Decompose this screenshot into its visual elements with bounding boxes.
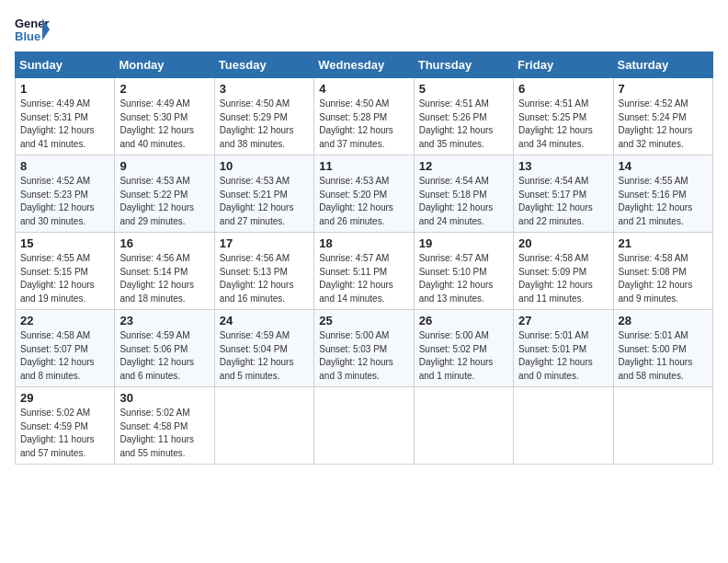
calendar-cell: 2 Sunrise: 4:49 AMSunset: 5:30 PMDayligh… [115,78,214,155]
calendar-cell: 29 Sunrise: 5:02 AMSunset: 4:59 PMDaylig… [16,387,115,465]
weekday-header-thursday: Thursday [414,52,513,78]
calendar-cell: 20 Sunrise: 4:58 AMSunset: 5:09 PMDaylig… [514,233,613,310]
calendar-cell: 17 Sunrise: 4:56 AMSunset: 5:13 PMDaylig… [214,233,313,310]
day-number: 22 [20,314,109,327]
day-number: 21 [619,236,708,250]
calendar-week-row: 1 Sunrise: 4:49 AMSunset: 5:31 PMDayligh… [16,78,713,155]
day-number: 28 [619,314,708,327]
calendar-cell: 5 Sunrise: 4:51 AMSunset: 5:26 PMDayligh… [414,78,513,155]
calendar-cell: 24 Sunrise: 4:59 AMSunset: 5:04 PMDaylig… [214,310,313,387]
calendar-cell: 19 Sunrise: 4:57 AMSunset: 5:10 PMDaylig… [414,233,513,310]
calendar-week-row: 15 Sunrise: 4:55 AMSunset: 5:15 PMDaylig… [16,233,713,310]
day-detail: Sunrise: 5:01 AMSunset: 5:00 PMDaylight:… [619,330,693,381]
day-detail: Sunrise: 4:58 AMSunset: 5:09 PMDaylight:… [518,253,593,304]
day-number: 8 [20,159,109,173]
day-number: 11 [319,159,408,173]
calendar-cell [514,387,613,465]
weekday-header-saturday: Saturday [613,52,712,78]
calendar-cell: 15 Sunrise: 4:55 AMSunset: 5:15 PMDaylig… [16,233,115,310]
calendar-week-row: 22 Sunrise: 4:58 AMSunset: 5:07 PMDaylig… [16,310,713,387]
day-detail: Sunrise: 4:50 AMSunset: 5:28 PMDaylight:… [319,98,393,149]
day-detail: Sunrise: 4:49 AMSunset: 5:31 PMDaylight:… [20,98,95,149]
weekday-header-friday: Friday [514,52,613,78]
calendar-cell: 13 Sunrise: 4:54 AMSunset: 5:17 PMDaylig… [514,155,613,233]
calendar-cell: 9 Sunrise: 4:53 AMSunset: 5:22 PMDayligh… [115,155,214,233]
calendar-cell: 6 Sunrise: 4:51 AMSunset: 5:25 PMDayligh… [514,78,613,155]
day-detail: Sunrise: 4:50 AMSunset: 5:29 PMDaylight:… [220,98,294,149]
calendar-cell: 14 Sunrise: 4:55 AMSunset: 5:16 PMDaylig… [613,155,712,233]
day-number: 23 [119,314,209,327]
calendar-cell [613,387,712,465]
calendar-body: 1 Sunrise: 4:49 AMSunset: 5:31 PMDayligh… [16,78,713,465]
day-number: 13 [518,159,608,173]
day-number: 7 [619,82,708,96]
day-detail: Sunrise: 4:58 AMSunset: 5:08 PMDaylight:… [619,253,693,304]
day-number: 29 [20,391,109,405]
calendar-cell: 22 Sunrise: 4:58 AMSunset: 5:07 PMDaylig… [16,310,115,387]
calendar-cell [314,387,414,465]
day-number: 20 [518,236,608,250]
day-detail: Sunrise: 5:02 AMSunset: 4:58 PMDaylight:… [119,408,194,458]
calendar-cell: 7 Sunrise: 4:52 AMSunset: 5:24 PMDayligh… [613,78,712,155]
calendar-cell: 10 Sunrise: 4:53 AMSunset: 5:21 PMDaylig… [214,155,313,233]
logo: General Blue [15,15,53,44]
calendar-cell [414,387,513,465]
calendar-cell [214,387,313,465]
page-header: General Blue [15,15,713,44]
calendar-cell: 18 Sunrise: 4:57 AMSunset: 5:11 PMDaylig… [314,233,414,310]
calendar-table: SundayMondayTuesdayWednesdayThursdayFrid… [15,52,713,465]
day-number: 30 [119,391,209,405]
day-number: 24 [220,314,309,327]
day-number: 27 [518,314,608,327]
logo-icon: General Blue [15,15,50,44]
day-number: 2 [119,82,209,96]
day-detail: Sunrise: 4:57 AMSunset: 5:10 PMDaylight:… [419,253,494,304]
calendar-cell: 3 Sunrise: 4:50 AMSunset: 5:29 PMDayligh… [214,78,313,155]
calendar-cell: 16 Sunrise: 4:56 AMSunset: 5:14 PMDaylig… [115,233,214,310]
day-detail: Sunrise: 4:57 AMSunset: 5:11 PMDaylight:… [319,253,393,304]
calendar-cell: 1 Sunrise: 4:49 AMSunset: 5:31 PMDayligh… [16,78,115,155]
day-number: 4 [319,82,408,96]
day-number: 26 [419,314,508,327]
calendar-cell: 30 Sunrise: 5:02 AMSunset: 4:58 PMDaylig… [115,387,214,465]
day-detail: Sunrise: 4:54 AMSunset: 5:17 PMDaylight:… [518,176,593,226]
calendar-cell: 12 Sunrise: 4:54 AMSunset: 5:18 PMDaylig… [414,155,513,233]
weekday-header-wednesday: Wednesday [314,52,414,78]
day-number: 6 [518,82,608,96]
calendar-cell: 28 Sunrise: 5:01 AMSunset: 5:00 PMDaylig… [613,310,712,387]
calendar-cell: 4 Sunrise: 4:50 AMSunset: 5:28 PMDayligh… [314,78,414,155]
weekday-header-sunday: Sunday [16,52,115,78]
day-number: 15 [20,236,109,250]
day-detail: Sunrise: 5:02 AMSunset: 4:59 PMDaylight:… [20,408,95,458]
calendar-cell: 11 Sunrise: 4:53 AMSunset: 5:20 PMDaylig… [314,155,414,233]
day-detail: Sunrise: 4:58 AMSunset: 5:07 PMDaylight:… [20,330,95,381]
day-detail: Sunrise: 4:56 AMSunset: 5:13 PMDaylight:… [220,253,294,304]
calendar-cell: 26 Sunrise: 5:00 AMSunset: 5:02 PMDaylig… [414,310,513,387]
day-number: 16 [119,236,209,250]
calendar-week-row: 29 Sunrise: 5:02 AMSunset: 4:59 PMDaylig… [16,387,713,465]
weekday-header-monday: Monday [115,52,214,78]
day-detail: Sunrise: 4:56 AMSunset: 5:14 PMDaylight:… [119,253,194,304]
calendar-cell: 23 Sunrise: 4:59 AMSunset: 5:06 PMDaylig… [115,310,214,387]
day-number: 10 [220,159,309,173]
day-detail: Sunrise: 4:59 AMSunset: 5:04 PMDaylight:… [220,330,294,381]
weekday-header-tuesday: Tuesday [214,52,313,78]
svg-text:Blue: Blue [15,29,40,43]
calendar-header-row: SundayMondayTuesdayWednesdayThursdayFrid… [16,52,713,78]
day-detail: Sunrise: 4:52 AMSunset: 5:23 PMDaylight:… [20,176,95,226]
day-detail: Sunrise: 5:00 AMSunset: 5:03 PMDaylight:… [319,330,393,381]
day-number: 25 [319,314,408,327]
day-number: 12 [419,159,508,173]
day-detail: Sunrise: 4:59 AMSunset: 5:06 PMDaylight:… [119,330,194,381]
day-detail: Sunrise: 4:53 AMSunset: 5:21 PMDaylight:… [220,176,294,226]
day-number: 1 [20,82,109,96]
day-number: 14 [619,159,708,173]
day-detail: Sunrise: 4:53 AMSunset: 5:20 PMDaylight:… [319,176,393,226]
day-detail: Sunrise: 4:54 AMSunset: 5:18 PMDaylight:… [419,176,494,226]
calendar-cell: 25 Sunrise: 5:00 AMSunset: 5:03 PMDaylig… [314,310,414,387]
day-number: 9 [119,159,209,173]
day-detail: Sunrise: 4:52 AMSunset: 5:24 PMDaylight:… [619,98,693,149]
day-detail: Sunrise: 4:53 AMSunset: 5:22 PMDaylight:… [119,176,194,226]
day-detail: Sunrise: 4:51 AMSunset: 5:25 PMDaylight:… [518,98,593,149]
day-detail: Sunrise: 4:55 AMSunset: 5:15 PMDaylight:… [20,253,95,304]
